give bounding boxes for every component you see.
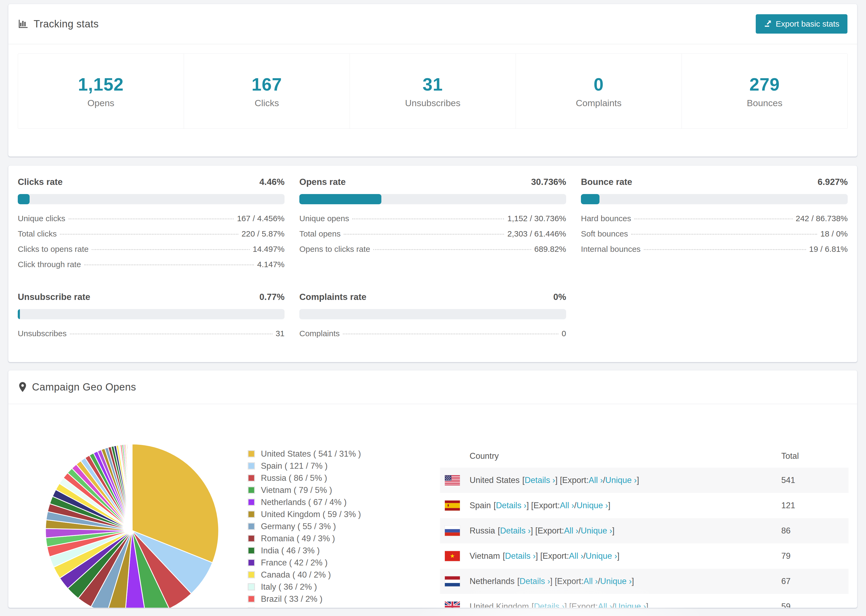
- rate-row-opens-to-clicks-rate: Opens to clicks rate689.82%: [299, 245, 566, 260]
- stat-box-unsubscribes: 31Unsubscribes: [350, 53, 516, 129]
- legend-item-romania: Romania ( 49 / 3% ): [248, 533, 361, 545]
- flag-vn-icon: [445, 551, 460, 561]
- export-all-link[interactable]: All ›: [598, 602, 612, 608]
- punctuation: [: [517, 577, 520, 586]
- export-all-link[interactable]: All ›: [560, 501, 574, 511]
- legend-swatch: [248, 595, 255, 603]
- rate-row-label: Unique opens: [299, 214, 349, 223]
- punctuation: /: [603, 475, 605, 485]
- total-cell: 86: [781, 526, 849, 536]
- legend-item-united-kingdom: United Kingdom ( 59 / 3% ): [248, 508, 361, 520]
- rate-head: Complaints rate0%: [299, 292, 566, 302]
- total-cell: 541: [781, 475, 849, 485]
- flag-gb-icon: [445, 602, 460, 608]
- punctuation: ] [: [531, 526, 538, 536]
- rate-head: Clicks rate4.46%: [18, 177, 285, 187]
- stat-box-complaints: 0Complaints: [516, 53, 682, 129]
- punctuation: Export:: [557, 577, 583, 586]
- progress-bar: [299, 194, 566, 204]
- export-basic-stats-button[interactable]: Export basic stats: [756, 14, 847, 34]
- stat-value: 0: [594, 74, 604, 94]
- details-link[interactable]: Details ›: [496, 501, 527, 511]
- details-link[interactable]: Details ›: [500, 526, 531, 536]
- details-link[interactable]: Details ›: [525, 475, 555, 485]
- export-basic-stats-label: Export basic stats: [776, 19, 839, 28]
- rate-block-bounce-rate: Bounce rate6.927%Hard bounces242 / 86.73…: [581, 177, 848, 275]
- rate-row-value: 18 / 0%: [820, 229, 848, 238]
- progress-bar: [299, 309, 566, 319]
- country-cell: Netherlands[Details ›] [Export: All › / …: [440, 576, 781, 586]
- dotted-leader: [631, 234, 817, 235]
- legend-item-spain: Spain ( 121 / 7% ): [248, 460, 361, 472]
- punctuation: ]: [637, 475, 639, 485]
- rate-row-label: Unique clicks: [18, 214, 65, 223]
- punctuation: /: [574, 501, 576, 511]
- rate-rows: Unique opens1,152 / 30.736%Total opens2,…: [299, 214, 566, 260]
- country-cell: Russia[Details ›] [Export: All › / Uniqu…: [440, 526, 781, 536]
- details-link[interactable]: Details ›: [520, 577, 550, 586]
- stat-value: 31: [422, 74, 443, 94]
- legend-swatch: [248, 523, 255, 530]
- geo-table-body: United States[Details ›] [Export: All › …: [440, 468, 849, 608]
- map-pin-icon: [18, 382, 27, 392]
- stat-value: 1,152: [78, 74, 124, 94]
- legend-swatch: [248, 535, 255, 542]
- stat-value: 279: [749, 74, 780, 94]
- legend-label: India ( 46 / 3% ): [261, 546, 320, 556]
- export-all-link[interactable]: All ›: [564, 526, 578, 536]
- export-unique-link[interactable]: Unique ›: [614, 602, 646, 608]
- rate-row-value: 220 / 5.87%: [241, 229, 285, 238]
- rate-value: 6.927%: [817, 177, 848, 187]
- legend-item-canada: Canada ( 40 / 2% ): [248, 569, 361, 581]
- rate-row-label: Internal bounces: [581, 245, 641, 254]
- stat-label: Clicks: [255, 98, 279, 108]
- geo-title: Campaign Geo Opens: [32, 381, 136, 393]
- stat-label: Complaints: [576, 98, 622, 108]
- progress-bar: [18, 194, 285, 204]
- rate-row-label: Total opens: [299, 229, 340, 238]
- export-all-link[interactable]: All ›: [589, 475, 603, 485]
- details-link[interactable]: Details ›: [534, 602, 565, 608]
- punctuation: ] [: [555, 475, 562, 485]
- export-all-link[interactable]: All ›: [584, 577, 598, 586]
- legend-item-brazil: Brazil ( 33 / 2% ): [248, 593, 361, 605]
- rate-row-value: 689.82%: [534, 245, 566, 254]
- legend-item-south-africa: South Africa ( 29 / 2% ): [248, 605, 361, 608]
- legend-label: Netherlands ( 67 / 4% ): [261, 498, 347, 507]
- rate-row-unsubscribes: Unsubscribes31: [18, 329, 285, 344]
- legend-label: United States ( 541 / 31% ): [261, 449, 361, 459]
- dotted-leader: [635, 218, 793, 219]
- punctuation: Export:: [533, 501, 560, 511]
- flag-us-icon: [445, 475, 460, 486]
- dotted-leader: [344, 234, 504, 235]
- country-cell: Vietnam[Details ›] [Export: All › / Uniq…: [440, 551, 781, 561]
- geo-panel: Campaign Geo Opens United States ( 541 /…: [8, 370, 857, 608]
- country-name: Netherlands: [469, 577, 515, 586]
- table-row-spain: Spain[Details ›] [Export: All › / Unique…: [440, 493, 849, 518]
- country-name: Spain: [469, 501, 491, 511]
- legend-label: Vietnam ( 79 / 5% ): [261, 486, 332, 495]
- legend-swatch: [248, 571, 255, 578]
- legend-label: Brazil ( 33 / 2% ): [261, 594, 323, 604]
- export-unique-link[interactable]: Unique ›: [576, 501, 608, 511]
- export-unique-link[interactable]: Unique ›: [605, 475, 637, 485]
- punctuation: [: [532, 602, 534, 608]
- geo-legend: United States ( 541 / 31% )Spain ( 121 /…: [248, 448, 361, 608]
- details-link[interactable]: Details ›: [505, 551, 536, 561]
- export-unique-link[interactable]: Unique ›: [586, 551, 617, 561]
- rate-title: Opens rate: [299, 177, 346, 187]
- campaign-overview-page: Tracking stats Export basic stats 1,152O…: [0, 0, 866, 616]
- export-unique-link[interactable]: Unique ›: [581, 526, 612, 536]
- punctuation: /: [612, 602, 614, 608]
- progress-fill: [18, 309, 20, 319]
- pie-slice-other[interactable]: [132, 444, 132, 531]
- export-all-link[interactable]: All ›: [569, 551, 583, 561]
- export-unique-link[interactable]: Unique ›: [600, 577, 632, 586]
- rates-panel: Clicks rate4.46%Unique clicks167 / 4.456…: [8, 165, 857, 362]
- punctuation: ]: [617, 551, 620, 561]
- legend-swatch: [248, 462, 255, 470]
- table-row-vietnam: Vietnam[Details ›] [Export: All › / Uniq…: [440, 544, 849, 569]
- rate-rows: Hard bounces242 / 86.738%Soft bounces18 …: [581, 214, 848, 260]
- stat-label: Unsubscribes: [405, 98, 460, 108]
- pie-svg: [43, 442, 221, 608]
